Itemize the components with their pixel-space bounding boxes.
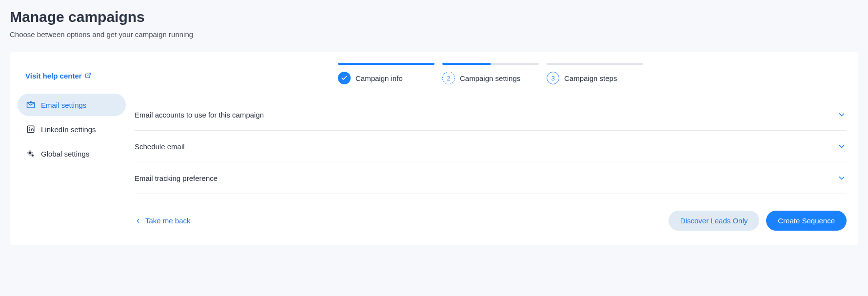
step-label: Campaign steps [564, 74, 617, 82]
step-number: 3 [547, 72, 559, 84]
footer-row: Take me back Discover Leads Only Create … [135, 211, 847, 231]
accordion-email-accounts[interactable]: Email accounts to use for this campaign [135, 99, 847, 131]
page-title: Manage campaigns [10, 9, 858, 25]
chevron-down-icon [837, 173, 847, 183]
sidebar-item-label: Global settings [41, 150, 89, 158]
email-icon: @ [26, 100, 35, 109]
gear-icon [26, 149, 35, 158]
sidebar-item-label: Email settings [41, 101, 86, 109]
check-icon [338, 72, 351, 84]
main-panel: Campaign info 2 Campaign settings 3 Camp… [126, 63, 858, 231]
svg-line-0 [87, 73, 90, 76]
back-label: Take me back [145, 217, 191, 225]
svg-rect-4 [29, 129, 30, 131]
sidebar-item-label: LinkedIn settings [41, 125, 96, 134]
sidebar-item-email-settings[interactable]: @ Email settings [18, 94, 126, 116]
accordion-title: Email accounts to use for this campaign [135, 111, 264, 119]
step-progress-bar [338, 63, 434, 65]
linkedin-icon [26, 125, 35, 134]
chevron-down-icon [837, 141, 847, 151]
accordion-title: Schedule email [135, 142, 185, 151]
help-center-label: Visit help center [25, 72, 82, 80]
svg-point-7 [32, 155, 33, 156]
svg-point-5 [29, 127, 30, 128]
step-progress-bar [547, 63, 643, 65]
create-sequence-button[interactable]: Create Sequence [766, 211, 847, 231]
sidebar-item-linkedin-settings[interactable]: LinkedIn settings [18, 118, 126, 140]
svg-text:@: @ [30, 101, 31, 103]
step-campaign-info[interactable]: Campaign info [338, 63, 434, 84]
page-subtitle: Choose between options and get your camp… [10, 30, 858, 39]
chevron-down-icon [837, 110, 847, 119]
sidebar: Visit help center @ Email settings Linke… [10, 63, 126, 231]
step-label: Campaign settings [460, 74, 520, 82]
step-label: Campaign info [355, 74, 403, 82]
step-number: 2 [442, 72, 455, 84]
button-row: Discover Leads Only Create Sequence [669, 211, 847, 231]
svg-point-6 [29, 152, 31, 154]
discover-leads-button[interactable]: Discover Leads Only [669, 211, 759, 231]
sidebar-item-global-settings[interactable]: Global settings [18, 142, 126, 165]
step-campaign-steps[interactable]: 3 Campaign steps [547, 63, 643, 84]
external-link-icon [85, 72, 91, 80]
settings-card: Visit help center @ Email settings Linke… [10, 52, 858, 245]
accordion-tracking-preference[interactable]: Email tracking preference [135, 162, 847, 194]
step-campaign-settings[interactable]: 2 Campaign settings [442, 63, 539, 84]
step-progress-bar [442, 63, 539, 65]
stepper: Campaign info 2 Campaign settings 3 Camp… [135, 63, 847, 84]
accordion-title: Email tracking preference [135, 174, 217, 182]
accordion-schedule-email[interactable]: Schedule email [135, 131, 847, 162]
help-center-link[interactable]: Visit help center [25, 72, 91, 80]
back-link[interactable]: Take me back [135, 217, 191, 225]
